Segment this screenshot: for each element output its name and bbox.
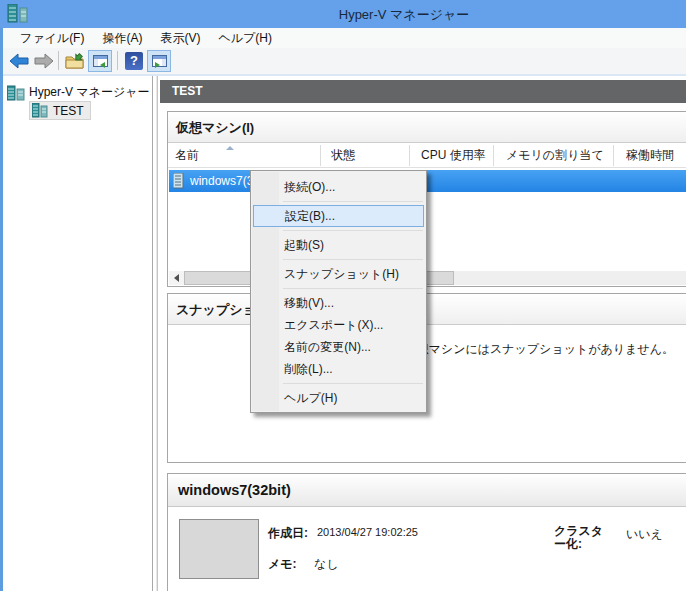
context-menu-separator xyxy=(283,259,423,260)
context-menu-separator xyxy=(283,383,423,384)
cluster-value: いいえ xyxy=(626,526,663,543)
tree-item-test-server[interactable]: TEST xyxy=(29,101,91,120)
vm-panel-title: 仮想マシン(I) xyxy=(168,112,686,143)
menu-item-label: 接続(O)... xyxy=(284,180,335,194)
toolbar-separator xyxy=(58,51,59,70)
menu-item-label: 名前の変更(N)... xyxy=(284,340,371,354)
export-folder-icon xyxy=(65,52,85,70)
context-menu-separator xyxy=(283,230,423,231)
server-stack-icon xyxy=(7,85,25,101)
menu-view[interactable]: 表示(V) xyxy=(151,28,209,49)
column-assigned-memory[interactable]: メモリの割り当て xyxy=(506,143,611,168)
cluster-label: クラスター化: xyxy=(554,525,612,551)
column-state[interactable]: 状態 xyxy=(331,143,406,168)
context-menu-separator xyxy=(283,201,423,202)
tree-child-label: TEST xyxy=(53,104,84,118)
menu-bar: ファイル(F) 操作(A) 表示(V) ヘルプ(H) xyxy=(3,28,686,48)
titlebar[interactable]: Hyper-V マネージャー xyxy=(0,0,686,28)
console-tree-pane xyxy=(3,76,153,591)
context-menu-item-help[interactable]: ヘルプ(H) xyxy=(251,387,426,409)
vm-details-panel: windows7(32bit) 作成日: 2013/04/27 19:02:25… xyxy=(167,473,686,591)
server-stack-icon xyxy=(32,103,49,118)
menu-item-label: 削除(L)... xyxy=(284,362,333,376)
horizontal-scrollbar[interactable] xyxy=(169,271,686,285)
results-pane-title: TEST xyxy=(160,80,686,103)
menu-item-label: 起動(S) xyxy=(284,238,324,252)
back-arrow-icon xyxy=(9,53,29,69)
menu-help[interactable]: ヘルプ(H) xyxy=(209,28,281,49)
scroll-left-icon xyxy=(174,274,179,282)
vm-table-header: 名前 状態 CPU 使用率 メモリの割り当て 稼働時間 xyxy=(168,143,686,168)
toggle-console-tree-button[interactable] xyxy=(88,50,112,72)
action-pane-icon xyxy=(152,55,167,67)
tree-root-label: Hyper-V マネージャー xyxy=(29,84,149,101)
created-label: 作成日: xyxy=(268,525,308,542)
help-icon: ? xyxy=(125,52,143,70)
context-menu-item-settings[interactable]: 設定(B)... xyxy=(253,205,424,227)
created-value: 2013/04/27 19:02:25 xyxy=(317,526,418,538)
vm-thumbnail xyxy=(179,519,259,579)
menu-item-label: スナップショット(H) xyxy=(284,267,399,281)
column-cpu-usage[interactable]: CPU 使用率 xyxy=(421,143,491,168)
window-title: Hyper-V マネージャー xyxy=(339,6,470,24)
forward-arrow-icon xyxy=(34,53,54,69)
scroll-left-button[interactable] xyxy=(169,271,184,285)
hyperv-manager-window: Hyper-V マネージャー ファイル(F) 操作(A) 表示(V) ヘルプ(H… xyxy=(0,0,686,591)
context-menu-item-move[interactable]: 移動(V)... xyxy=(251,292,426,314)
column-name[interactable]: 名前 xyxy=(175,143,315,168)
menu-item-label: 移動(V)... xyxy=(284,296,334,310)
help-button[interactable]: ? xyxy=(122,50,146,72)
snapshots-panel-title: スナップショット xyxy=(168,294,686,325)
context-menu-item-start[interactable]: 起動(S) xyxy=(251,234,426,256)
vm-context-menu: 接続(O)... 設定(B)... 起動(S) スナップショット(H) 移動(V… xyxy=(250,170,427,413)
menu-action[interactable]: 操作(A) xyxy=(93,28,151,49)
context-menu-separator xyxy=(283,288,423,289)
context-menu-item-snapshot[interactable]: スナップショット(H) xyxy=(251,263,426,285)
export-list-button[interactable] xyxy=(63,50,87,72)
hyperv-app-icon xyxy=(7,4,29,27)
note-value: なし xyxy=(314,556,339,573)
splitter[interactable] xyxy=(156,76,158,591)
toolbar-separator xyxy=(117,51,118,70)
menu-item-label: ヘルプ(H) xyxy=(284,391,338,405)
vm-icon xyxy=(173,173,184,189)
menu-item-label: エクスポート(X)... xyxy=(284,318,383,332)
menu-file[interactable]: ファイル(F) xyxy=(11,28,93,49)
vm-row-windows7[interactable]: windows7(32bit) xyxy=(169,170,686,192)
context-menu-item-connect[interactable]: 接続(O)... xyxy=(251,176,426,198)
context-menu-item-delete[interactable]: 削除(L)... xyxy=(251,358,426,380)
context-menu-item-rename[interactable]: 名前の変更(N)... xyxy=(251,336,426,358)
note-label: メモ: xyxy=(268,556,297,573)
tree-item-hyperv-manager[interactable]: Hyper-V マネージャー xyxy=(7,84,149,101)
details-panel-title: windows7(32bit) xyxy=(168,474,686,507)
context-menu-item-export[interactable]: エクスポート(X)... xyxy=(251,314,426,336)
menu-item-label: 設定(B)... xyxy=(285,209,335,223)
back-button[interactable] xyxy=(7,50,31,72)
column-uptime[interactable]: 稼働時間 xyxy=(626,143,686,168)
forward-button[interactable] xyxy=(32,50,56,72)
console-tree-icon xyxy=(93,55,108,67)
toolbar: ? xyxy=(3,48,686,74)
toggle-action-pane-button[interactable] xyxy=(147,50,171,72)
